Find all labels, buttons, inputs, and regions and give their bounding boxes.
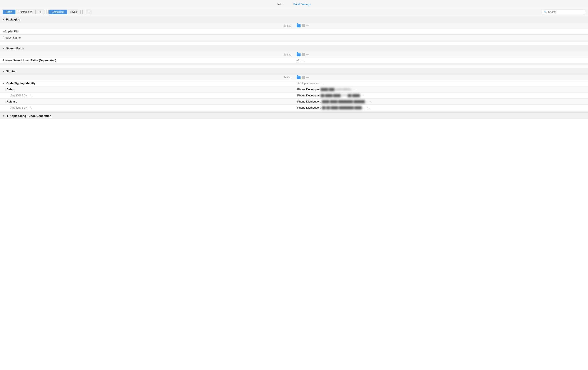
searchpaths-table: Setting Always Search User Paths (Deprec… xyxy=(0,52,588,63)
collapse-packaging-icon[interactable]: ▼ xyxy=(3,18,5,21)
csi-release-anyios-label[interactable]: Any iOS SDK ⌃⌄ xyxy=(0,105,294,111)
csi-multiple-values: <Multiple values> xyxy=(297,82,319,85)
table-row: Any iOS SDK ⌃⌄ iPhone Distribution: ██ █… xyxy=(0,105,588,111)
filter-all-button[interactable]: All xyxy=(36,10,45,14)
filter-basic-button[interactable]: Basic xyxy=(3,10,15,14)
view-group: Combined Levels xyxy=(49,10,81,14)
searchpaths-target-icon xyxy=(302,53,305,56)
code-signing-identity-value: <Multiple values> ⌃⌄ xyxy=(294,80,588,87)
apple-clang-title: ▼ Apple Clang - Code Generation xyxy=(6,114,51,118)
packaging-productname-value xyxy=(294,35,588,41)
top-tab-bar: Info Build Settings xyxy=(0,0,588,8)
view-combined-button[interactable]: Combined xyxy=(49,10,67,14)
content-area: ▼ Packaging Setting Info.plist File Prod… xyxy=(0,16,588,119)
csi-release-anyios-value: iPhone Distribution: ██ ██ ████ ████████… xyxy=(294,105,588,111)
searchpaths-project-icon xyxy=(297,53,301,56)
packaging-setting-header: Setting xyxy=(0,23,588,29)
packaging-infoplist-label: Info.plist File xyxy=(0,29,294,35)
table-row: Always Search User Paths (Deprecated) No… xyxy=(0,57,588,64)
table-row: Debug iPhone Developer: ████ ███ (JJJCCM… xyxy=(0,87,588,92)
csi-debug-value: iPhone Developer: ████ ███ (JJJCCMRZL) ⌃… xyxy=(294,87,588,92)
searchpaths-setting-label: Setting xyxy=(0,52,294,57)
search-input[interactable] xyxy=(548,11,583,13)
csi-release-value: iPhone Distribution: ████ ████ ████████ … xyxy=(294,98,588,105)
signing-table: Setting ▼ Code Signing Identity <Multipl… xyxy=(0,75,588,110)
csi-stepper-icon[interactable]: ⌃⌄ xyxy=(320,82,324,85)
csi-release-text: iPhone Distribution: xyxy=(297,100,322,103)
section-searchpaths: ▼ Search Paths xyxy=(0,45,588,52)
packaging-infoplist-value xyxy=(294,29,588,35)
collapse-signing-icon[interactable]: ▼ xyxy=(3,70,5,73)
signing-setting-label: Setting xyxy=(0,75,294,80)
collapse-appleclang-icon[interactable]: ▼ xyxy=(3,115,5,117)
add-setting-button[interactable]: + xyxy=(86,10,92,14)
signing-title: Signing xyxy=(6,70,17,73)
tab-info[interactable]: Info xyxy=(276,2,283,6)
section-spacer-3 xyxy=(0,110,588,112)
csi-debug-anyios-blurred: ██ ████ ████ (TTT-██-████) xyxy=(321,94,361,97)
searchpaths-setting-header: Setting xyxy=(0,52,588,57)
collapse-searchpaths-icon[interactable]: ▼ xyxy=(3,47,5,50)
table-row: Product Name xyxy=(0,35,588,41)
searchpaths-title: Search Paths xyxy=(6,47,24,50)
csi-release-blurred: ████ ████ ████████ ██████.... xyxy=(322,100,368,103)
csi-debug-text: iPhone Developer: xyxy=(297,88,321,91)
search-icon: 🔍 xyxy=(544,11,547,13)
always-search-value[interactable]: No ⌃⌄ xyxy=(294,57,588,64)
signing-resolved-icon xyxy=(306,77,309,78)
signing-col-icons xyxy=(294,75,588,80)
csi-release-anyios-text: iPhone Distribution: xyxy=(297,106,322,109)
csi-release-stepper[interactable]: ⌃⌄ xyxy=(369,100,373,103)
view-levels-button[interactable]: Levels xyxy=(67,10,81,14)
any-ios-sdk-debug-stepper-label[interactable]: ⌃⌄ xyxy=(29,95,33,97)
section-spacer-2 xyxy=(0,63,588,65)
packaging-title: Packaging xyxy=(6,18,20,21)
csi-debug-label: Debug xyxy=(0,87,294,92)
code-signing-identity-label: ▼ Code Signing Identity xyxy=(0,80,294,87)
section-packaging: ▼ Packaging xyxy=(0,16,588,23)
collapse-csi-icon[interactable]: ▼ xyxy=(3,82,5,85)
table-row: Any iOS SDK ⌃⌄ iPhone Developer: ██ ████… xyxy=(0,92,588,98)
section-apple-clang: ▼ ▼ Apple Clang - Code Generation xyxy=(0,112,588,119)
signing-target-icon xyxy=(302,76,305,79)
always-search-stepper-icon[interactable]: ⌃⌄ xyxy=(302,59,305,62)
table-row: ▼ Code Signing Identity <Multiple values… xyxy=(0,80,588,87)
table-row: Info.plist File xyxy=(0,29,588,35)
packaging-resolved-icon xyxy=(306,25,309,26)
csi-debug-anyios-stepper[interactable]: ⌃⌄ xyxy=(362,95,366,97)
filter-customized-button[interactable]: Customized xyxy=(15,10,35,14)
any-ios-sdk-release-stepper-label[interactable]: ⌃⌄ xyxy=(29,107,33,109)
packaging-target-icon xyxy=(302,24,305,27)
csi-debug-anyios-label[interactable]: Any iOS SDK ⌃⌄ xyxy=(0,92,294,98)
table-row: Release iPhone Distribution: ████ ████ █… xyxy=(0,98,588,105)
searchpaths-resolved-icon xyxy=(306,54,309,55)
signing-setting-header: Setting xyxy=(0,75,588,80)
csi-debug-stepper[interactable]: ⌃⌄ xyxy=(353,88,357,91)
packaging-setting-label: Setting xyxy=(0,23,294,29)
section-signing: ▼ Signing xyxy=(0,68,588,75)
packaging-productname-label: Product Name xyxy=(0,35,294,41)
packaging-project-icon xyxy=(297,24,301,27)
always-search-label: Always Search User Paths (Deprecated) xyxy=(0,57,294,64)
packaging-col-icons xyxy=(294,23,588,29)
tab-build-settings[interactable]: Build Settings xyxy=(292,2,312,6)
csi-debug-blurred: ████ ███ (JJJCCMRZL) xyxy=(321,88,352,91)
csi-debug-anyios-value: iPhone Developer: ██ ████ ████ (TTT-██-█… xyxy=(294,92,588,98)
toolbar: Basic Customized All Combined Levels + 🔍 xyxy=(0,8,588,16)
filter-group: Basic Customized All xyxy=(3,10,45,14)
always-search-value-text: No xyxy=(297,59,300,62)
csi-release-label: Release xyxy=(0,98,294,105)
searchpaths-col-icons xyxy=(294,52,588,57)
section-spacer-1 xyxy=(0,41,588,42)
search-box: 🔍 xyxy=(542,10,585,14)
csi-debug-anyios-text: iPhone Developer: xyxy=(297,94,321,97)
signing-project-icon xyxy=(297,76,301,79)
csi-release-anyios-stepper[interactable]: ⌃⌄ xyxy=(367,107,370,109)
packaging-table: Setting Info.plist File Product Name xyxy=(0,23,588,41)
csi-release-anyios-blurred: ██ ██ ████ ████████ ████.... xyxy=(322,106,365,109)
